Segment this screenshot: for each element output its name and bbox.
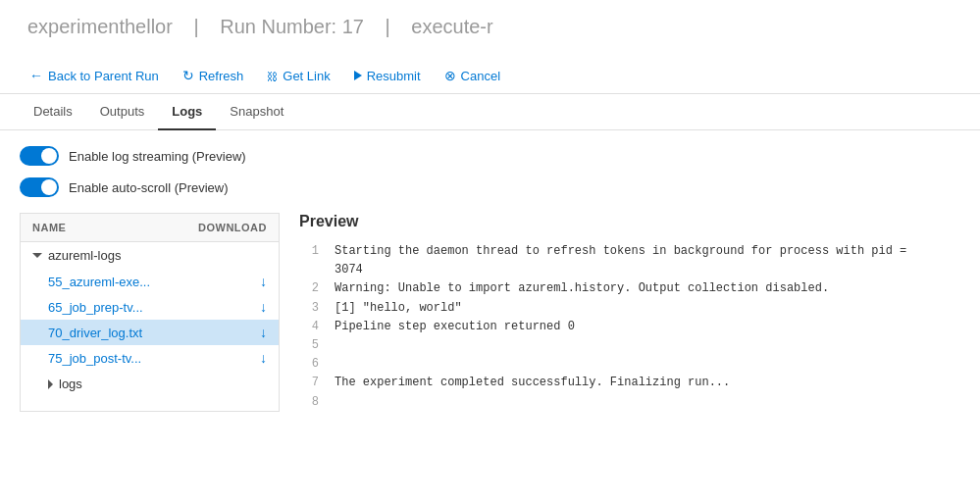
download-header: DOWNLOAD — [198, 222, 267, 233]
separator2: | — [386, 16, 390, 37]
tab-logs[interactable]: Logs — [158, 94, 216, 130]
auto-scroll-label: Enable auto-scroll (Preview) — [69, 180, 229, 195]
preview-line: 8 — [299, 393, 941, 412]
refresh-label: Refresh — [199, 69, 244, 83]
tab-outputs[interactable]: Outputs — [86, 94, 159, 130]
line-text: The experiment completed successfully. F… — [335, 374, 730, 392]
cancel-icon — [444, 68, 456, 83]
logs-subfolder[interactable]: logs — [21, 371, 279, 397]
line-text: Warning: Unable to import azureml.histor… — [335, 279, 829, 298]
auto-scroll-toggle[interactable] — [20, 177, 59, 197]
separator1: | — [193, 16, 198, 37]
folder-name: azureml-logs — [48, 248, 121, 263]
line-number: 3 — [299, 299, 319, 318]
file-name-55: 55_azureml-exe... — [48, 275, 150, 289]
file-tree: NAME DOWNLOAD azureml-logs 55_azureml-ex… — [20, 213, 280, 412]
preview-line: 2Warning: Unable to import azureml.histo… — [299, 279, 941, 298]
download-icon-70[interactable] — [260, 325, 267, 340]
name-header: NAME — [32, 222, 66, 233]
content-area: Enable log streaming (Preview) Enable au… — [0, 146, 980, 412]
experiment-name: experimenthellor — [27, 16, 173, 37]
line-text: Starting the daemon thread to refresh to… — [335, 242, 941, 279]
refresh-button[interactable]: Refresh — [173, 64, 254, 87]
file-item-75[interactable]: 75_job_post-tv... — [21, 345, 279, 371]
preview-line: 1Starting the daemon thread to refresh t… — [299, 242, 941, 279]
download-icon-75[interactable] — [260, 350, 267, 366]
preview-title: Preview — [299, 213, 941, 230]
refresh-icon — [182, 68, 194, 83]
tab-bar: Details Outputs Logs Snapshot — [0, 94, 980, 130]
download-icon-65[interactable] — [260, 299, 267, 315]
cancel-label: Cancel — [461, 69, 500, 83]
line-number: 6 — [299, 355, 319, 374]
main-area: NAME DOWNLOAD azureml-logs 55_azureml-ex… — [20, 213, 960, 412]
preview-pane: Preview 1Starting the daemon thread to r… — [280, 213, 960, 412]
line-number: 8 — [299, 393, 319, 412]
azureml-logs-folder[interactable]: azureml-logs — [21, 242, 279, 269]
toolbar: Back to Parent Run Refresh Get Link Resu… — [0, 58, 980, 94]
auto-scroll-toggle-row: Enable auto-scroll (Preview) — [20, 177, 960, 197]
file-name-70: 70_driver_log.txt — [48, 326, 142, 340]
line-number: 5 — [299, 336, 319, 355]
preview-line: 7The experiment completed successfully. … — [299, 374, 941, 392]
file-item-55[interactable]: 55_azureml-exe... — [21, 269, 279, 294]
line-text: [1] "hello, world" — [335, 299, 462, 318]
preview-line: 4Pipeline step execution returned 0 — [299, 318, 941, 336]
file-item-65[interactable]: 65_job_prep-tv... — [21, 294, 279, 320]
preview-line: 6 — [299, 355, 941, 374]
preview-line: 5 — [299, 336, 941, 355]
run-type: execute-r — [411, 16, 492, 37]
run-number: Run Number: 17 — [220, 16, 364, 37]
back-button[interactable]: Back to Parent Run — [20, 64, 169, 87]
tab-snapshot[interactable]: Snapshot — [216, 94, 297, 130]
cancel-button[interactable]: Cancel — [435, 64, 510, 87]
folder-expand-icon — [32, 253, 42, 258]
header: experimenthellor | Run Number: 17 | exec… — [0, 0, 980, 58]
subfolder-name: logs — [59, 377, 82, 391]
play-icon — [354, 71, 362, 80]
line-number: 1 — [299, 242, 319, 279]
resubmit-label: Resubmit — [367, 69, 421, 83]
get-link-button[interactable]: Get Link — [257, 64, 339, 87]
back-label: Back to Parent Run — [48, 69, 159, 83]
preview-line: 3[1] "hello, world" — [299, 299, 941, 318]
page-title: experimenthellor | Run Number: 17 | exec… — [20, 16, 960, 38]
get-link-label: Get Link — [283, 69, 330, 83]
download-icon-55[interactable] — [260, 274, 267, 289]
preview-content: 1Starting the daemon thread to refresh t… — [299, 242, 941, 412]
log-streaming-toggle[interactable] — [20, 146, 59, 166]
file-name-75: 75_job_post-tv... — [48, 351, 141, 366]
file-name-65: 65_job_prep-tv... — [48, 300, 143, 315]
file-item-70[interactable]: 70_driver_log.txt — [21, 320, 279, 345]
log-streaming-label: Enable log streaming (Preview) — [69, 149, 246, 164]
file-tree-header: NAME DOWNLOAD — [21, 214, 279, 242]
resubmit-button[interactable]: Resubmit — [344, 65, 431, 87]
line-number: 2 — [299, 279, 319, 298]
tab-details[interactable]: Details — [20, 94, 86, 130]
subfolder-expand-icon — [48, 379, 53, 389]
back-icon — [29, 68, 43, 83]
line-number: 7 — [299, 374, 319, 392]
log-streaming-toggle-row: Enable log streaming (Preview) — [20, 146, 960, 166]
line-number: 4 — [299, 318, 319, 336]
link-icon — [267, 68, 278, 83]
line-text: Pipeline step execution returned 0 — [335, 318, 575, 336]
